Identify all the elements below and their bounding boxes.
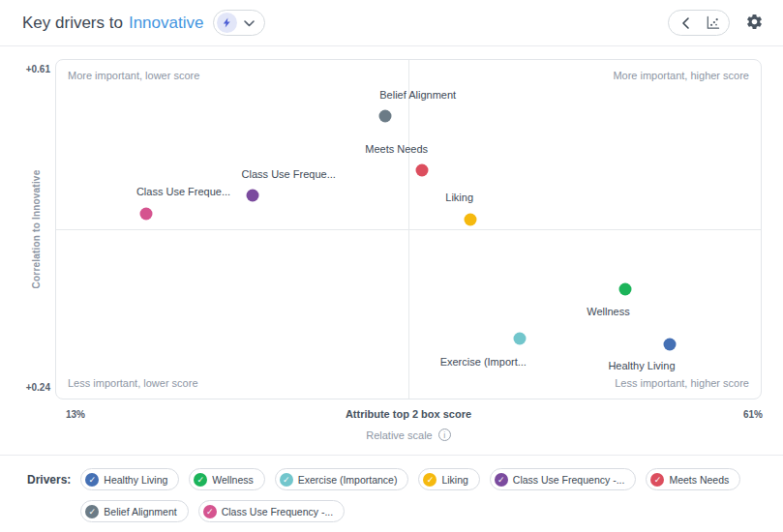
- check-icon: ✓: [650, 473, 664, 487]
- driver-chip-label: Healthy Living: [104, 474, 167, 486]
- plot-area: More important, lower score More importa…: [55, 59, 762, 399]
- scatter-view-button[interactable]: [699, 11, 725, 35]
- data-point-label: Class Use Freque...: [136, 186, 230, 197]
- check-icon: ✓: [85, 505, 99, 518]
- driver-chip-label: Belief Alignment: [104, 506, 176, 517]
- driver-chip[interactable]: ✓Healthy Living: [80, 468, 179, 490]
- check-icon: ✓: [194, 473, 207, 487]
- key-drivers-widget: Key drivers to Innovative: [0, 0, 783, 532]
- data-point-label: Class Use Freque...: [242, 168, 336, 180]
- y-axis-tick-min: +0.24: [14, 382, 50, 393]
- drivers-legend: ✓Healthy Living✓Wellness✓Exercise (Impor…: [80, 468, 758, 522]
- y-axis-tick-max: +0.61: [14, 64, 50, 74]
- driver-chip-label: Class Use Frequency -...: [513, 474, 625, 486]
- driver-chip[interactable]: ✓Class Use Frequency -...: [490, 468, 637, 490]
- check-icon: ✓: [423, 473, 437, 487]
- driver-chip[interactable]: ✓Meets Needs: [646, 468, 740, 490]
- data-point-belief-alignment[interactable]: [378, 109, 391, 122]
- check-icon: ✓: [203, 505, 217, 518]
- settings-button[interactable]: [745, 13, 764, 34]
- driver-chip-label: Liking: [441, 474, 467, 486]
- info-icon[interactable]: i: [438, 429, 451, 441]
- quadrant-label-top-right: More important, higher score: [613, 70, 749, 81]
- header-actions: [668, 10, 764, 36]
- drivers-label: Drivers:: [27, 468, 71, 487]
- check-icon: ✓: [85, 473, 99, 487]
- driver-chip-label: Meets Needs: [669, 474, 729, 486]
- driver-chip[interactable]: ✓Wellness: [189, 468, 264, 490]
- driver-chip-label: Wellness: [212, 474, 253, 486]
- scale-note-text: Relative scale: [366, 429, 432, 441]
- data-point-label: Belief Alignment: [379, 89, 456, 101]
- data-point-liking[interactable]: [464, 213, 476, 225]
- data-point-label: Exercise (Import...: [440, 356, 527, 368]
- check-icon: ✓: [280, 473, 293, 487]
- quadrant-label-bottom-right: Less important, higher score: [615, 377, 749, 389]
- section-divider: [0, 455, 783, 456]
- metric-name: Innovative: [129, 14, 204, 33]
- back-button[interactable]: [673, 11, 699, 35]
- chevron-down-icon: [244, 15, 255, 30]
- driver-chip[interactable]: ✓Class Use Frequency -...: [198, 500, 346, 522]
- data-point-wellness[interactable]: [619, 283, 632, 296]
- scale-note: Relative scale i: [55, 429, 762, 441]
- data-point-label: Liking: [445, 192, 473, 203]
- quadrant-label-top-left: More important, lower score: [68, 70, 199, 81]
- data-point-label: Healthy Living: [608, 360, 675, 371]
- driver-chip[interactable]: ✓Belief Alignment: [80, 500, 188, 522]
- data-point-exercise-importance[interactable]: [514, 332, 527, 344]
- data-point-label: Wellness: [587, 306, 629, 317]
- title-prefix: Key drivers to: [22, 14, 123, 33]
- page-title: Key drivers to Innovative: [22, 10, 265, 36]
- data-point-healthy-living[interactable]: [663, 339, 676, 351]
- driver-chip[interactable]: ✓Exercise (Importance): [275, 468, 409, 490]
- driver-chip-label: Class Use Frequency -...: [222, 506, 334, 517]
- data-point-meets-needs[interactable]: [415, 164, 428, 177]
- quadrant-label-bottom-left: Less important, lower score: [68, 377, 198, 389]
- metric-selector-dropdown[interactable]: [213, 10, 265, 36]
- driver-chip-label: Exercise (Importance): [298, 474, 398, 486]
- data-point-class-use-frequency-2[interactable]: [139, 207, 152, 220]
- widget-header: Key drivers to Innovative: [0, 0, 783, 46]
- view-toggle: [668, 10, 730, 36]
- data-point-label: Meets Needs: [365, 143, 428, 155]
- quadrant-horizontal-divider: [56, 229, 761, 230]
- check-icon: ✓: [495, 473, 508, 487]
- data-point-class-use-frequency-1[interactable]: [247, 190, 259, 202]
- drivers-row: Drivers: ✓Healthy Living✓Wellness✓Exerci…: [27, 468, 758, 522]
- x-axis-title: Attribute top 2 box score: [55, 408, 762, 420]
- gear-icon: [745, 13, 764, 34]
- y-axis-title: Correlation to Innovative: [31, 170, 42, 289]
- driver-chip[interactable]: ✓Liking: [418, 468, 479, 490]
- x-axis-tick-max: 61%: [720, 409, 763, 420]
- lightning-icon: [217, 13, 237, 33]
